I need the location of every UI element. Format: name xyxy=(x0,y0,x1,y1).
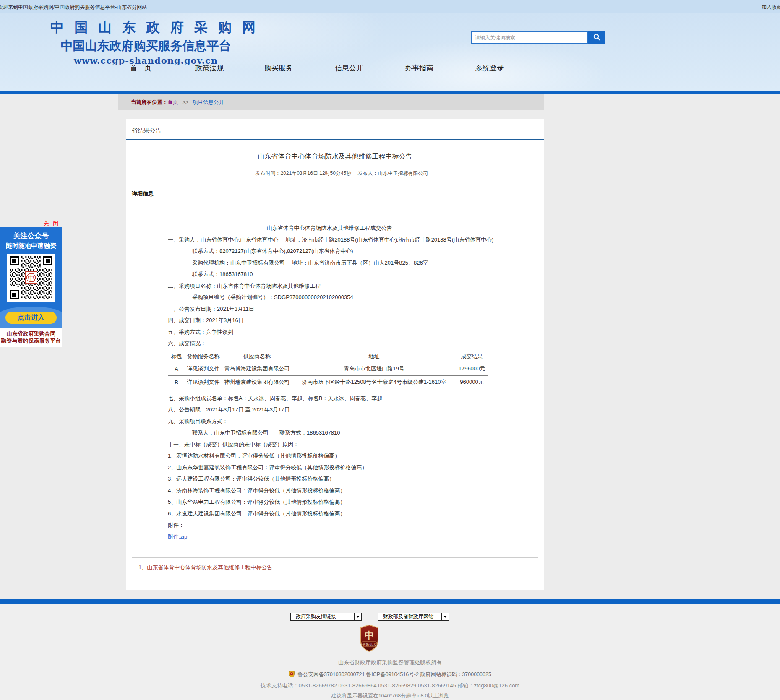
nav-item-login[interactable]: 系统登录 xyxy=(475,63,504,73)
svg-text:中: 中 xyxy=(28,274,34,281)
breadcrumb-current-link[interactable]: 项目信息公开 xyxy=(193,99,224,105)
body-line: 3、远大建设工程有限公司：评审得分较低（其他情形投标价格偏高） xyxy=(168,473,544,485)
detail-info-label: 详细信息 xyxy=(126,190,544,198)
content-panel: 省结果公告 山东省体育中心体育场防水及其他维修工程中标公告 发布时间：2021年… xyxy=(126,119,544,590)
nav-item-info[interactable]: 信息公开 xyxy=(335,63,363,73)
add-favorite-link[interactable]: 加入收藏 xyxy=(762,4,780,11)
body-line: 一、采购人：山东省体育中心,山东省体育中心 地址：济南市经十路20188号(山东… xyxy=(168,234,544,246)
body-line: 联系方式：82072127(山东省体育中心),82072127(山东省体育中心) xyxy=(168,245,544,257)
finance-sites-select-value: --财政部及省财政厅网站-- xyxy=(378,613,441,620)
site-header: 中 国 山 东 政 府 采 购 网 中国山东政府购买服务信息平台 www.ccg… xyxy=(0,13,780,91)
body-line: 1、宏恒达防水材料有限公司：评审得分较低（其他情形投标价格偏高） xyxy=(168,450,544,462)
attachment-zip-link[interactable]: 附件.zip xyxy=(168,533,187,540)
ad-button-zone: 点击进入 xyxy=(0,307,62,328)
chevron-down-icon xyxy=(441,613,449,620)
body-line: 6、水发建大建设集团有限公司：评审得分较低（其他情形投标价格偏高） xyxy=(168,508,544,520)
section-title: 省结果公告 xyxy=(126,119,544,140)
header-divider-bar xyxy=(0,91,780,94)
browser-suggestion-text: 建议将显示器设置在1040*768分辨率ie8.0以上浏览 xyxy=(0,692,780,700)
cell-supplier: 青岛博海建设集团有限公司 xyxy=(222,362,292,375)
beian-line: 鲁公安网备37010302000721 鲁ICP备09104516号-2 政府网… xyxy=(0,671,780,678)
body-line: 六、成交情况： xyxy=(168,338,544,349)
cell-goods: 详见谈判文件 xyxy=(185,375,222,389)
related-announcement-link[interactable]: 1、山东省体育中心体育场防水及其他维修工程中标公告 xyxy=(138,562,272,573)
article-title: 山东省体育中心体育场防水及其他维修工程中标公告 xyxy=(126,152,544,161)
cell-result: 960000元 xyxy=(456,375,488,389)
cell-lot: B xyxy=(168,375,185,389)
ad-caption: 山东省政府采购合同 融资与履约保函服务平台 xyxy=(0,328,62,347)
cell-supplier: 神州瑞宸建设集团有限公司 xyxy=(222,375,292,389)
search-icon xyxy=(593,33,601,42)
ad-headline-1: 关注公众号 xyxy=(0,231,62,241)
body-line: 五、采购方式：竞争性谈判 xyxy=(168,326,544,338)
deal-result-table: 标包 货物服务名称 供应商名称 地址 成交结果 A 详见谈判文件 青岛博海建设集… xyxy=(168,351,488,389)
nav-item-purchase[interactable]: 购买服务 xyxy=(264,63,293,73)
qr-code: 中 xyxy=(7,254,55,302)
breadcrumb-bar: 当前所在位置：首页>>项目信息公开 xyxy=(118,94,544,110)
body-line: 七、采购小组成员名单：标包A：关永冰、周春花、李超、标包B：关永冰、周春花、李超 xyxy=(168,393,544,404)
nav-item-home[interactable]: 首 页 xyxy=(130,63,151,73)
nav-item-guide[interactable]: 办事指南 xyxy=(405,63,433,73)
beian-text: 鲁公安网备37010302000721 鲁ICP备09104516号-2 政府网… xyxy=(298,671,491,677)
friend-links-select-value: --政府采购友情链接-- xyxy=(291,613,354,620)
breadcrumb: 当前所在位置：首页>>项目信息公开 xyxy=(131,99,224,106)
top-bar: 欢迎来到中国政府采购网/中国政府购买服务信息平台-山东省分网站 加入收藏 xyxy=(0,0,780,13)
svg-text:中: 中 xyxy=(365,630,374,640)
col-header-goods: 货物服务名称 xyxy=(185,351,222,362)
finance-sites-select[interactable]: --财政部及省财政厅网站-- xyxy=(378,613,449,621)
body-title: 山东省体育中心体育场防水及其他维修工程成交公告 xyxy=(168,222,491,234)
body-line: 采购代理机构：山东中卫招标有限公司 地址：山东省济南市历下县（区）山大201号8… xyxy=(168,257,544,269)
nav-item-policy[interactable]: 政策法规 xyxy=(195,63,224,73)
footer: --政府采购友情链接-- --财政部及省财政厅网站-- 中 党政机关 山东省财政… xyxy=(0,604,780,700)
cell-address: 济南市历下区经十路12508号名士豪庭4号市级公建1-1610室 xyxy=(292,375,456,389)
search-button[interactable] xyxy=(588,31,605,44)
ad-caption-line-2: 融资与履约保函服务平台 xyxy=(0,337,62,344)
cell-goods: 详见谈判文件 xyxy=(185,362,222,375)
gov-agency-badge-icon[interactable]: 中 党政机关 xyxy=(360,625,379,654)
attachment-label: 附件： xyxy=(168,519,544,531)
qr-code-image: 中 xyxy=(10,256,52,299)
table-row: B 详见谈判文件 神州瑞宸建设集团有限公司 济南市历下区经十路12508号名士豪… xyxy=(168,375,488,389)
article-body: 山东省体育中心体育场防水及其他维修工程成交公告 一、采购人：山东省体育中心,山东… xyxy=(126,202,544,542)
ad-headline-2: 随时随地申请融资 xyxy=(0,242,62,250)
body-line: 二、采购项目名称：山东省体育中心体育场防水及其他维修工程 xyxy=(168,280,544,292)
body-line: 四、成交日期：2021年3月16日 xyxy=(168,315,544,326)
body-line: 采购项目编号（采购计划编号）：SDGP370000000202102000354 xyxy=(168,291,544,303)
friend-links-select[interactable]: --政府采购友情链接-- xyxy=(290,613,362,621)
breadcrumb-prefix: 当前所在位置： xyxy=(131,99,168,105)
breadcrumb-home-link[interactable]: 首页 xyxy=(168,99,178,105)
main-nav: 首 页 政策法规 购买服务 信息公开 办事指南 系统登录 xyxy=(0,61,780,78)
ad-body: 关注公众号 随时随地申请融资 xyxy=(0,227,62,328)
copyright-text: 山东省财政厅政府采购监督管理处版权所有 xyxy=(0,659,780,666)
logo-line-2: 中国山东政府购买服务信息平台 xyxy=(50,38,241,55)
police-badge-icon xyxy=(289,671,297,677)
body-line: 八、公告期限：2021年3月17日 至 2021年3月17日 xyxy=(168,404,544,416)
ad-enter-button[interactable]: 点击进入 xyxy=(5,312,57,324)
col-header-address: 地址 xyxy=(292,351,456,362)
cell-result: 1796000元 xyxy=(456,362,488,375)
site-logo[interactable]: 中 国 山 东 政 府 采 购 网 中国山东政府购买服务信息平台 www.ccg… xyxy=(50,18,241,66)
body-line: 联系方式：18653167810 xyxy=(168,268,544,280)
body-line: 2、山东东华世嘉建筑装饰工程有限公司：评审得分较低（其他情形投标价格偏高） xyxy=(168,462,544,474)
page: 欢迎来到中国政府采购网/中国政府购买服务信息平台-山东省分网站 加入收藏 中 国… xyxy=(0,0,780,700)
support-text: 技术支持电话：0531-82669782 0531-82669864 0531-… xyxy=(0,682,780,690)
body-line: 十一、未中标（成交）供应商的未中标（成交）原因： xyxy=(168,439,544,450)
search-input[interactable] xyxy=(471,31,588,44)
publish-info: 发布时间：2021年03月16日 12时50分45秒 发布人：山东中卫招标有限公… xyxy=(256,167,415,180)
cell-lot: A xyxy=(168,362,185,375)
chevron-down-icon xyxy=(354,613,361,620)
ad-close-button[interactable]: 关 闭 xyxy=(0,220,62,227)
col-header-supplier: 供应商名称 xyxy=(222,351,292,362)
search-bar xyxy=(471,31,605,44)
footer-divider-bar xyxy=(0,599,780,604)
related-divider xyxy=(132,557,538,558)
floating-ad: 关 闭 关注公众号 随时随地申请融资 xyxy=(0,220,62,347)
body-line: 九、采购项目联系方式： xyxy=(168,416,544,427)
col-header-result: 成交结果 xyxy=(456,351,488,362)
gov-badge-label: 党政机关 xyxy=(362,643,377,647)
breadcrumb-separator: >> xyxy=(183,99,189,105)
ad-caption-line-1: 山东省政府采购合同 xyxy=(0,330,62,337)
col-header-lot: 标包 xyxy=(168,351,185,362)
body-line: 5、山东华磊电力工程有限公司：评审得分较低（其他情形投标价格偏高） xyxy=(168,496,544,508)
body-line: 联系人：山东中卫招标有限公司 联系方式：18653167810 xyxy=(168,427,544,439)
